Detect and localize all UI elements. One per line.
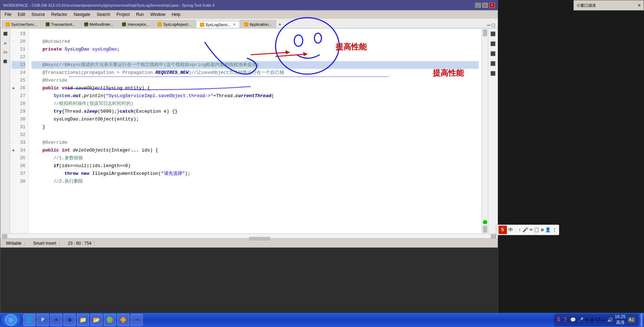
start-button[interactable] xyxy=(1,314,20,326)
menu-file[interactable]: File xyxy=(2,11,14,18)
scroll-left-button[interactable] xyxy=(2,234,7,238)
ime-keyboard-icon[interactable]: ⌨ xyxy=(530,227,532,233)
close-button[interactable]: ✕ xyxy=(489,3,495,8)
fold-icon-34[interactable]: ▲ xyxy=(12,147,14,154)
fold-icon-33[interactable]: ◦ xyxy=(12,139,14,147)
ime-mic-icon[interactable]: 🎤 xyxy=(522,227,528,233)
tray-mic-icon[interactable]: 🎤 xyxy=(578,317,584,323)
tab-transactionl[interactable]: ⬛ TransactionI... xyxy=(42,20,79,28)
menu-edit[interactable]: Edit xyxy=(15,11,28,18)
rs-icon-4[interactable]: ⬛ xyxy=(489,60,497,67)
show-desktop-button[interactable] xyxy=(640,314,643,326)
green-indicator xyxy=(483,220,487,224)
taskbar-btn-folder[interactable]: 📁 xyxy=(77,314,89,326)
line-num-25: 25 xyxy=(12,77,25,84)
code-editor[interactable]: @Autowired private SysLogDao sysLogDao; … xyxy=(29,29,481,233)
tray-settings-icon[interactable]: ⚙ xyxy=(591,317,593,323)
tray-keyboard-icon[interactable]: ⌨ xyxy=(586,317,589,323)
tray-time[interactable]: 16:25 高清 xyxy=(615,314,626,325)
fold-icon-23[interactable]: ◦ xyxy=(12,61,14,69)
menu-project[interactable]: Project xyxy=(114,11,132,18)
tray-s-icon[interactable]: S xyxy=(557,317,560,323)
maximize-button[interactable]: □ xyxy=(482,3,488,8)
taskbar-btn-orange[interactable]: 🔶 xyxy=(117,314,129,326)
taskbar-btn-arrow[interactable]: → xyxy=(131,314,143,326)
code-line-32 xyxy=(31,131,479,139)
tray-volume-icon[interactable]: 🔊 xyxy=(607,317,613,323)
ime-extra-icon[interactable]: ⋮ xyxy=(552,227,557,233)
scroll-right-button[interactable] xyxy=(491,234,496,238)
tray-icon-1[interactable]: ❓ xyxy=(562,317,568,323)
scroll-thumb-down[interactable] xyxy=(483,226,487,233)
code-line-37: throw new IllegalArgumentException("请先选择… xyxy=(31,170,479,178)
tray-edit-icon[interactable]: ✏ xyxy=(602,317,605,323)
code-line-38: //2.执行删除 xyxy=(31,178,479,185)
ime-func-icon[interactable]: 📋 xyxy=(534,227,539,233)
horizontal-scrollbar[interactable] xyxy=(0,233,498,238)
system-tray: S ❓ 💬 🎤 ⌨ ⚙ 🛡 ✏ 🔊 16:25 高清 Ai xyxy=(554,314,638,326)
right-scrollbar[interactable] xyxy=(481,29,488,233)
menu-run[interactable]: Run xyxy=(133,11,147,18)
ime-separator: · xyxy=(514,227,517,233)
ime-person-icon[interactable]: 👤 xyxy=(545,227,551,233)
comment-mock: //模拟耗时操作(假设写日志时耗时的) xyxy=(53,100,133,108)
tab-icon-j: J xyxy=(6,22,10,26)
line-num-38: 38 xyxy=(12,178,25,185)
rs-icon-1[interactable]: ⬛ xyxy=(489,30,497,38)
menu-search[interactable]: Search xyxy=(94,11,113,18)
method-saveobject: saveObject xyxy=(76,84,103,92)
sidebar-icon-2[interactable]: ⇄ xyxy=(1,39,9,47)
menu-navigate[interactable]: Navigate xyxy=(71,11,93,18)
method-println: println xyxy=(84,92,103,100)
taskbar-btn-ie[interactable]: 🌐 xyxy=(23,314,35,326)
taskbar-btn-filezilla[interactable]: ⚡ xyxy=(50,314,62,326)
tab-application[interactable]: J Application... xyxy=(240,20,276,28)
title-bar-buttons: _ □ ✕ xyxy=(475,3,495,8)
code-line-28: //模拟耗时操作(假设写日志时耗时的) xyxy=(31,100,479,108)
taskbar-btn-p[interactable]: P xyxy=(37,314,49,326)
sidebar-icon-3[interactable]: Ju xyxy=(1,48,9,56)
scroll-thumb-h[interactable] xyxy=(249,237,270,240)
editor-minimize-button[interactable]: ─ xyxy=(487,22,491,28)
tab-sysuserserv[interactable]: J SysUserServ... xyxy=(2,20,41,28)
fold-icon-20[interactable]: ◦ xyxy=(12,38,14,46)
rs-icon-3[interactable]: ⬛ xyxy=(489,50,497,58)
editor-maximize-button[interactable]: □ xyxy=(492,22,495,28)
tab-syslogservi[interactable]: J SysLogServi... ✕ xyxy=(196,21,240,29)
kw-if: if xyxy=(53,162,59,170)
line-num-28: 28 xyxy=(12,100,25,108)
scroll-thumb-up[interactable] xyxy=(483,29,487,36)
tray-icon-2[interactable]: 💬 xyxy=(570,317,576,323)
taskbar-btn-fz2[interactable]: 📂 xyxy=(90,314,102,326)
sidebar-icon-1[interactable]: ⬛ xyxy=(1,30,9,38)
rs-icon-5[interactable]: ⬛ xyxy=(489,70,497,77)
tab-syslogaspect[interactable]: J SysLogAspect... xyxy=(154,20,195,28)
line-num-23: ◦ 23 xyxy=(12,61,25,69)
ime-arrow-icon[interactable]: ↑ xyxy=(519,227,521,233)
taskbar-btn-chrome[interactable]: ⊙ xyxy=(64,314,76,326)
tab-methodinter[interactable]: ⬛ MethodInter... xyxy=(80,20,117,28)
ime-logo-icon: S xyxy=(498,226,507,234)
insert-mode-status: Smart Insert xyxy=(30,241,59,246)
kw-public-34: public xyxy=(42,147,59,154)
menu-help[interactable]: Help xyxy=(169,11,183,18)
cursor-position: 23 : 60 : 754 xyxy=(65,241,95,246)
menu-source[interactable]: Source xyxy=(29,11,48,18)
tab-close-icon[interactable]: ✕ xyxy=(233,23,236,26)
line-num-35: 35 xyxy=(12,154,25,162)
menu-refactor[interactable]: Refactor xyxy=(48,11,70,18)
minimize-button[interactable]: _ xyxy=(475,3,481,8)
small-window-close[interactable]: ✕ xyxy=(638,3,641,8)
tab-interceptor[interactable]: ⬛ Interceptor... xyxy=(118,20,153,28)
fold-icon-26[interactable]: ▲ xyxy=(12,84,14,92)
tab-overflow-button[interactable]: » xyxy=(277,21,283,28)
taskbar-btn-green[interactable]: 🟢 xyxy=(104,314,116,326)
menu-window[interactable]: Window xyxy=(147,11,168,18)
rs-icon-2[interactable]: ⬛ xyxy=(489,40,497,48)
ime-chinese-label[interactable]: 中 xyxy=(508,227,513,233)
tray-ai-label[interactable]: Ai xyxy=(628,317,636,323)
code-line-36: if(ids==null||ids.length==0) xyxy=(31,162,479,170)
tray-shield-icon[interactable]: 🛡 xyxy=(596,317,600,323)
sidebar-icon-4[interactable]: ⬛ xyxy=(1,58,9,65)
ime-settings-icon[interactable]: ⚙ xyxy=(541,227,544,233)
